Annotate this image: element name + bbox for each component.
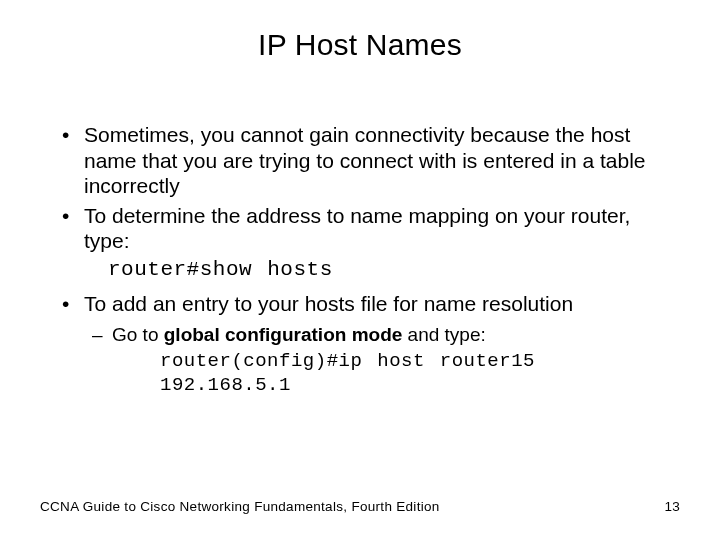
code-line: router(config)#ip host router15 192.168.…	[112, 350, 680, 398]
sub-bullet-list: Go to global configuration mode and type…	[84, 323, 680, 398]
bullet-text: To add an entry to your hosts file for n…	[84, 292, 573, 315]
slide-title: IP Host Names	[40, 28, 680, 62]
footer-source: CCNA Guide to Cisco Networking Fundament…	[40, 499, 440, 514]
code-line: router#show hosts	[40, 258, 680, 281]
sub-text: Go to	[112, 324, 164, 345]
slide-footer: CCNA Guide to Cisco Networking Fundament…	[40, 499, 680, 514]
sub-bullet-item: Go to global configuration mode and type…	[92, 323, 680, 398]
bullet-item: To add an entry to your hosts file for n…	[62, 291, 680, 398]
bullet-list: To add an entry to your hosts file for n…	[40, 291, 680, 398]
bullet-item: Sometimes, you cannot gain connectivity …	[62, 122, 680, 199]
bullet-list: Sometimes, you cannot gain connectivity …	[40, 122, 680, 254]
sub-text-bold: global configuration mode	[164, 324, 403, 345]
sub-text: and type:	[402, 324, 485, 345]
bullet-item: To determine the address to name mapping…	[62, 203, 680, 254]
page-number: 13	[664, 499, 680, 514]
